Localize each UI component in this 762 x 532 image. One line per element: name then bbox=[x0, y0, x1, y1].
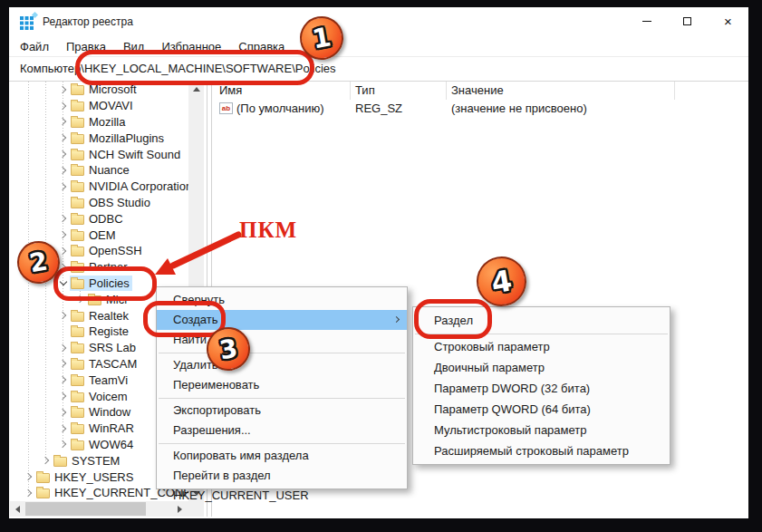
annotation-oval-address bbox=[75, 50, 314, 85]
tree-item-label-wrap: OpenSSH bbox=[70, 243, 145, 258]
window-title: Редактор реестра bbox=[43, 15, 133, 28]
tree-item-label: WOW64 bbox=[89, 438, 133, 451]
chevron-right-icon[interactable] bbox=[57, 245, 70, 257]
tree-item-label: Window bbox=[89, 405, 130, 419]
tree-item[interactable]: Nuance bbox=[10, 162, 188, 179]
folder-icon bbox=[71, 312, 84, 322]
chevron-right-icon[interactable] bbox=[23, 470, 35, 483]
tree-item[interactable]: NCH Swift Sound bbox=[10, 146, 188, 162]
chevron-right-icon bbox=[57, 325, 70, 338]
tree-item-label-wrap: Registe bbox=[70, 324, 131, 339]
tree-item-label: Realtek bbox=[89, 309, 129, 323]
tree-item-label: Mozilla bbox=[89, 115, 125, 129]
registry-app-icon bbox=[20, 15, 35, 30]
chevron-right-icon[interactable] bbox=[57, 422, 70, 435]
chevron-right-icon[interactable] bbox=[57, 357, 70, 370]
folder-icon bbox=[71, 215, 84, 225]
submenu-item[interactable]: Двоичный параметр bbox=[413, 357, 670, 378]
chevron-right-icon[interactable] bbox=[23, 487, 35, 499]
tree-item-label: OpenSSH bbox=[89, 244, 142, 257]
submenu-item[interactable]: Мультистроковый параметр bbox=[413, 420, 670, 440]
tree-item-label-wrap: Voicem bbox=[70, 389, 130, 404]
window-controls: × bbox=[626, 7, 748, 34]
tree-item[interactable]: MozillaPlugins bbox=[10, 130, 188, 146]
minimize-icon bbox=[642, 21, 651, 22]
folder-icon bbox=[71, 247, 84, 256]
chevron-right-icon[interactable] bbox=[57, 212, 70, 225]
context-menu-item[interactable]: Экспортировать bbox=[157, 401, 407, 421]
screenshot-root: { "window": { "title": "Редактор реестра… bbox=[0, 0, 762, 532]
tree-item[interactable]: Mozilla bbox=[10, 114, 188, 131]
tree-item-label: SYSTEM bbox=[72, 454, 120, 468]
tree-item[interactable]: OBS Studio bbox=[10, 195, 188, 211]
chevron-right-icon[interactable] bbox=[57, 83, 70, 96]
annotation-oval-policies bbox=[53, 266, 157, 301]
chevron-right-icon[interactable] bbox=[57, 100, 70, 112]
tree-item-label-wrap: HKEY_USERS bbox=[35, 469, 136, 485]
submenu-item[interactable]: Параметр DWORD (32 бита) bbox=[413, 378, 670, 399]
tree-item-label: MOVAVI bbox=[89, 99, 133, 112]
maximize-button[interactable] bbox=[667, 7, 708, 34]
submenu-item[interactable]: Параметр QWORD (64 бита) bbox=[413, 399, 670, 420]
tree-item-label: ODBC bbox=[89, 212, 123, 226]
folder-icon bbox=[71, 85, 84, 95]
tree-item-label-wrap: WOW64 bbox=[70, 437, 136, 452]
close-button[interactable]: × bbox=[708, 7, 748, 34]
context-menu-item[interactable]: Переименовать bbox=[157, 375, 407, 395]
tree-item-label-wrap: NCH Swift Sound bbox=[70, 147, 183, 162]
chevron-right-icon[interactable] bbox=[57, 373, 70, 386]
chevron-right-icon[interactable] bbox=[57, 406, 70, 419]
folder-icon bbox=[71, 102, 84, 111]
value-row-default[interactable]: (По умолчанию) REG_SZ (значение не присв… bbox=[215, 100, 748, 117]
context-menu-item[interactable]: Разрешения... bbox=[157, 421, 407, 440]
tree-item-label: WinRAR bbox=[89, 421, 134, 435]
chevron-right-icon bbox=[57, 196, 70, 208]
folder-icon bbox=[36, 488, 50, 498]
tree-item-label-wrap: Realtek bbox=[70, 308, 131, 324]
folder-icon bbox=[71, 327, 84, 337]
context-menu-item[interactable]: Перейти в раздел HKEY_CURRENT_USER bbox=[157, 466, 407, 486]
menu-Файл[interactable]: Файл bbox=[20, 40, 49, 53]
chevron-right-icon[interactable] bbox=[57, 228, 70, 241]
tree-item[interactable]: MOVAVI bbox=[10, 98, 188, 114]
close-icon: × bbox=[724, 15, 732, 28]
column-header-value[interactable]: Значение bbox=[447, 82, 675, 100]
chevron-right-icon[interactable] bbox=[57, 115, 70, 128]
tree-item-label: OBS Studio bbox=[89, 196, 150, 209]
folder-icon bbox=[71, 424, 84, 434]
tree-item-label-wrap: ODBC bbox=[70, 211, 126, 227]
submenu-item[interactable]: Строковый параметр bbox=[413, 336, 670, 357]
annotation-oval-razdel bbox=[414, 299, 492, 339]
tree-item[interactable]: NVIDIA Corporation bbox=[10, 179, 188, 195]
chevron-right-icon[interactable] bbox=[40, 454, 53, 467]
chevron-right-icon[interactable] bbox=[57, 309, 70, 322]
folder-icon bbox=[71, 360, 84, 370]
value-name: (По умолчанию) bbox=[236, 102, 324, 115]
chevron-right-icon[interactable] bbox=[57, 438, 70, 450]
tree-item-label-wrap: MozillaPlugins bbox=[70, 131, 167, 146]
folder-icon bbox=[71, 408, 84, 418]
chevron-right-icon[interactable] bbox=[57, 131, 70, 144]
folder-icon bbox=[71, 392, 84, 402]
chevron-right-icon[interactable] bbox=[57, 180, 70, 193]
minimize-button[interactable] bbox=[626, 7, 667, 34]
chevron-right-icon[interactable] bbox=[57, 148, 70, 160]
value-data: (значение не присвоено) bbox=[447, 102, 675, 115]
chevron-right-icon[interactable] bbox=[57, 164, 70, 177]
maximize-icon bbox=[683, 17, 691, 25]
context-menu-item[interactable]: Копировать имя раздела bbox=[157, 446, 407, 466]
tree-item-label-wrap: WinRAR bbox=[70, 421, 137, 436]
tree-item-label: SRS Lab bbox=[89, 341, 136, 354]
tree-item-label: NVIDIA Corporation bbox=[89, 179, 188, 193]
value-type: REG_SZ bbox=[351, 102, 447, 115]
folder-icon bbox=[71, 166, 84, 176]
scroll-left-arrow[interactable] bbox=[10, 501, 25, 517]
column-header-type[interactable]: Тип bbox=[351, 82, 447, 100]
horizontal-scroll-thumb[interactable] bbox=[25, 502, 146, 516]
submenu-item[interactable]: Расширяемый строковый параметр bbox=[413, 440, 670, 461]
chevron-right-icon[interactable] bbox=[57, 390, 70, 402]
chevron-right-icon[interactable] bbox=[57, 342, 70, 354]
context-menu-item[interactable]: Удалить bbox=[157, 355, 407, 375]
tree-item-label-wrap: SRS Lab bbox=[70, 340, 139, 355]
folder-icon bbox=[71, 376, 84, 386]
